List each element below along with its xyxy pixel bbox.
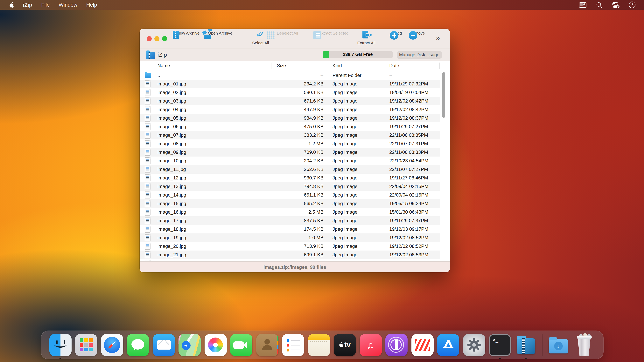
dock-item-photos[interactable] xyxy=(204,334,226,356)
dock-item-reminders[interactable] xyxy=(282,334,304,356)
dock-item-safari[interactable] xyxy=(101,334,123,356)
minimize-window-button[interactable] xyxy=(154,36,159,41)
table-row[interactable]: image_21.jpg699.1 KBJpeg Image19/12/02 0… xyxy=(140,250,440,259)
table-row[interactable]: image_07.jpg383.2 KBJpeg Image22/11/06 0… xyxy=(140,131,440,140)
dock-item-finder[interactable] xyxy=(49,334,71,356)
table-row[interactable]: image_16.jpg2.5 MBJpeg Image15/01/30 06:… xyxy=(140,208,440,216)
file-kind: Jpeg Image xyxy=(332,115,358,121)
menu-item-file[interactable]: File xyxy=(41,2,50,8)
table-row[interactable]: image_08.jpg1.2 MBJpeg Image22/11/07 07:… xyxy=(140,140,440,148)
file-kind: Jpeg Image xyxy=(332,252,358,257)
table-row[interactable]: image_06.jpg475.0 KBJpeg Image19/11/29 0… xyxy=(140,122,440,131)
toolbar-overflow-chevron-icon[interactable]: » xyxy=(436,34,439,42)
table-row[interactable]: image_17.jpg837.5 KBJpeg Image19/11/29 0… xyxy=(140,216,440,225)
table-row[interactable]: image_10.jpg204.2 KBJpeg Image22/10/23 0… xyxy=(140,157,440,165)
menu-item-izip[interactable]: iZip xyxy=(23,2,32,8)
dock-item-trash[interactable] xyxy=(573,334,595,356)
file-size: 699.1 KB xyxy=(271,252,324,257)
dock-item-launchpad[interactable] xyxy=(75,334,97,356)
table-row[interactable]: image_02.jpg580.1 KBJpeg Image18/04/19 0… xyxy=(140,88,440,97)
dock-item-contacts[interactable] xyxy=(256,334,278,356)
input-source-icon[interactable] xyxy=(579,2,586,7)
dock-item-izip[interactable] xyxy=(515,334,537,356)
table-row[interactable]: image_09.jpg709.0 KBJpeg Image22/11/06 0… xyxy=(140,148,440,157)
file-name: image_02.jpg xyxy=(158,90,186,95)
table-row[interactable]: image_04.jpg447.9 KBJpeg Image19/12/02 0… xyxy=(140,105,440,114)
jpeg-file-icon xyxy=(145,183,150,190)
table-row[interactable]: image_19.jpg1.0 MBJpeg Image19/12/02 08:… xyxy=(140,233,440,242)
dock-item-podcasts[interactable] xyxy=(386,334,408,356)
dock-item-music[interactable] xyxy=(360,334,382,356)
file-size: 1.0 MB xyxy=(271,235,324,240)
dock-item-appletv[interactable]: tv xyxy=(334,334,356,356)
file-size: 580.1 KB xyxy=(271,90,324,95)
table-row-partial[interactable] xyxy=(140,259,440,261)
apple-menu-icon[interactable] xyxy=(9,2,14,8)
table-row[interactable]: image_12.jpg930.7 KBJpeg Image19/11/27 0… xyxy=(140,174,440,182)
toolbar-extract-all-button[interactable]: Extract All xyxy=(349,31,384,47)
dock-item-news[interactable] xyxy=(411,334,434,356)
dock-item-maps[interactable] xyxy=(178,334,201,356)
menu-item-help[interactable]: Help xyxy=(86,2,97,8)
control-center-icon[interactable] xyxy=(612,2,619,7)
table-row[interactable]: image_01.jpg234.2 KBJpeg Image19/11/29 0… xyxy=(140,80,440,88)
toolbar-open-archive-button[interactable]: Open Archive xyxy=(202,31,238,47)
menu-item-window[interactable]: Window xyxy=(59,2,78,8)
toolbar-add-button[interactable]: Add xyxy=(389,31,408,47)
table-row[interactable]: image_03.jpg671.6 KBJpeg Image19/12/02 0… xyxy=(140,97,440,105)
file-size: 709.0 KB xyxy=(271,150,324,155)
running-indicator-dot xyxy=(525,358,526,359)
file-date: 19/12/02 08:53PM xyxy=(389,252,428,257)
file-name: image_16.jpg xyxy=(158,209,186,215)
toolbar-new-archive-button[interactable]: New Archive xyxy=(171,31,206,47)
column-header-date[interactable]: Date xyxy=(389,63,399,68)
zoom-window-button[interactable] xyxy=(162,36,167,41)
dock-item-messages[interactable] xyxy=(127,334,149,356)
file-name: image_19.jpg xyxy=(158,235,186,240)
manage-disk-usage-button[interactable]: Manage Disk Usage xyxy=(397,51,442,58)
file-name: image_06.jpg xyxy=(158,124,186,129)
dock-item-appstore[interactable] xyxy=(437,334,459,356)
dock-item-settings[interactable] xyxy=(463,334,485,356)
dock-item-notes[interactable] xyxy=(308,334,330,356)
jpeg-file-icon xyxy=(145,149,150,156)
table-row[interactable]: image_13.jpg794.8 KBJpeg Image22/09/04 0… xyxy=(140,182,440,191)
file-date: 19/11/27 08:46PM xyxy=(389,175,428,181)
file-date: 19/12/03 09:17PM xyxy=(389,226,428,232)
file-name: image_05.jpg xyxy=(158,115,186,121)
close-window-button[interactable] xyxy=(146,36,152,41)
dock-item-downloads[interactable] xyxy=(547,334,569,356)
running-indicator-dot xyxy=(499,358,501,359)
scrollbar-thumb[interactable] xyxy=(442,72,445,118)
dock-item-facetime[interactable] xyxy=(230,334,252,356)
column-header-kind[interactable]: Kind xyxy=(332,63,342,68)
table-row[interactable]: image_20.jpg713.9 KBJpeg Image19/12/02 0… xyxy=(140,242,440,250)
table-row[interactable]: image_05.jpg984.9 KBJpeg Image19/12/02 0… xyxy=(140,114,440,122)
toolbar-remove-button[interactable]: Remove xyxy=(408,31,426,47)
open-archive-icon xyxy=(203,31,212,39)
toolbar-button-label: Extract All xyxy=(357,40,375,45)
file-name: image_11.jpg xyxy=(158,167,186,172)
file-date: 19/05/15 09:34PM xyxy=(389,201,428,206)
table-row[interactable]: image_14.jpg651.1 KBJpeg Image22/09/04 0… xyxy=(140,191,440,199)
deselect-all-icon xyxy=(267,31,275,39)
menu-bar: iZipFileWindowHelp xyxy=(0,0,644,10)
jpeg-file-icon xyxy=(145,157,150,164)
file-kind: Jpeg Image xyxy=(332,175,358,181)
table-row[interactable]: image_15.jpg565.2 KBJpeg Image19/05/15 0… xyxy=(140,199,440,208)
table-row[interactable]: image_18.jpg174.5 KBJpeg Image19/12/03 0… xyxy=(140,225,440,233)
file-size: 204.2 KB xyxy=(271,158,324,164)
jpeg-file-icon xyxy=(145,98,150,105)
file-size: 837.5 KB xyxy=(271,218,324,223)
table-row[interactable]: image_11.jpg262.6 KBJpeg Image22/11/07 0… xyxy=(140,165,440,174)
column-header-size[interactable]: Size xyxy=(277,63,286,68)
file-kind: Jpeg Image xyxy=(332,201,358,206)
file-name: image_12.jpg xyxy=(158,175,186,181)
column-header-name[interactable]: Name xyxy=(158,63,170,68)
clock-icon[interactable] xyxy=(629,1,636,8)
file-kind: Jpeg Image xyxy=(332,98,358,104)
table-row[interactable]: ..--Parent Folder-- xyxy=(140,71,440,80)
dock-item-terminal[interactable] xyxy=(489,334,511,356)
dock-item-mail[interactable] xyxy=(153,334,175,356)
search-icon[interactable] xyxy=(596,2,602,7)
